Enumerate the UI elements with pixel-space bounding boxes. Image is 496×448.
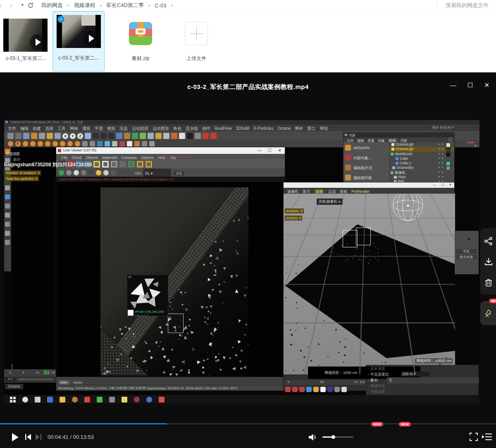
volume-icon[interactable] — [308, 433, 318, 442]
attribute-value[interactable]: 无 — [387, 377, 479, 383]
om-tree-row[interactable]: MeshBoole — [390, 152, 454, 156]
om-tree-row[interactable]: 摄像机 — [390, 170, 454, 175]
windows-start-icon[interactable] — [10, 397, 16, 402]
search-placeholder[interactable]: 搜索我的网盘文件 — [446, 2, 489, 9]
previous-button[interactable] — [25, 434, 31, 441]
lv-statusbar: Rendering: 100% Ms/sec: 0 Time: 小时:分钟:秒/… — [56, 385, 285, 391]
frame-field[interactable]: 0 F — [5, 377, 16, 381]
emitter-particle — [370, 260, 370, 261]
download-icon[interactable] — [484, 257, 493, 266]
file-label[interactable]: c-03-2_军长第二... — [53, 55, 104, 62]
taskbar-app-icon[interactable] — [72, 397, 78, 402]
pr-menu-item: 选项 — [314, 189, 324, 194]
taskbar-app-icon[interactable] — [22, 397, 28, 402]
c4d-menu-item: RealFlow — [215, 125, 232, 131]
file-item-video2-selected[interactable]: ✓ c-03-2_军长第二... — [52, 11, 105, 72]
back-icon[interactable]: ‹ — [0, 0, 2, 10]
om-left-item[interactable]: 内部对象... — [343, 154, 389, 162]
om-tree-row[interactable]: OctaneSky — [390, 165, 454, 170]
om-tree-row[interactable]: Cube.1 — [390, 161, 454, 165]
tab-main[interactable]: Main — [58, 380, 69, 385]
video-content[interactable]: CINEMA 4D R19.068 Studio (RC-R19) - [未命名… — [4, 120, 479, 403]
file-item-video1[interactable]: c-03-1_军长第二... — [3, 14, 49, 69]
crystal-particle — [217, 321, 219, 324]
object-type-icon — [391, 171, 393, 174]
file-label[interactable]: c-03-1_军长第二... — [3, 55, 49, 62]
taskbar-app-icon[interactable] — [97, 397, 103, 402]
taskbar-app-icon[interactable] — [35, 397, 41, 402]
upload-box[interactable] — [185, 22, 208, 45]
taskbar-app-icon[interactable] — [122, 397, 127, 402]
taskbar-app-icon[interactable] — [109, 397, 115, 402]
next-button[interactable] — [35, 434, 42, 441]
play-button[interactable] — [12, 433, 19, 442]
om-item-label: 内部对象... — [353, 156, 372, 161]
breadcrumb-item[interactable]: 视频课程 — [74, 2, 95, 9]
om-tree-row[interactable]: Plain — [390, 175, 454, 180]
c4d-tool-icon — [39, 133, 45, 139]
current-time: 00:04:41 — [48, 434, 69, 440]
om-tree-row[interactable]: Cube — [390, 156, 454, 161]
cln-extra-field[interactable]: 0.5 — [174, 171, 184, 175]
om-tree-row[interactable]: OctaneLigh — [390, 142, 454, 147]
taskbar-app-icon[interactable] — [47, 397, 53, 402]
attribute-value[interactable]: 100 % ▾ — [401, 371, 429, 376]
breadcrumb-item[interactable]: 军长C4D第二季 — [106, 2, 144, 9]
attribute-row: ◦ 反射深度 — [368, 366, 479, 371]
taskbar-app-icon[interactable] — [159, 397, 165, 402]
forward-icon[interactable]: › — [10, 0, 12, 10]
video1-thumbnail[interactable] — [3, 19, 48, 52]
om-item-icon — [345, 175, 351, 180]
c4d-menu-item: 选择 — [45, 125, 53, 131]
selected-check-icon[interactable]: ✓ — [57, 16, 64, 23]
share-icon[interactable] — [484, 237, 493, 246]
crystal-particle — [209, 304, 214, 309]
om-left-item[interactable]: xpSystem — [343, 144, 389, 152]
volume-knob[interactable] — [331, 435, 335, 439]
visibility-dot — [439, 167, 440, 168]
close-button[interactable]: ✕ — [484, 81, 489, 89]
c4d-tool-icon — [210, 133, 217, 139]
crystal-particle — [239, 349, 243, 352]
file-item-zip[interactable]: 素材.zip — [118, 14, 163, 69]
taskbar-app-icon[interactable] — [60, 397, 65, 402]
om-left-item[interactable]: 编辑器列表 — [343, 174, 389, 182]
emitter-particle — [377, 249, 378, 249]
video2-thumbnail[interactable]: ✓ — [57, 15, 101, 48]
breadcrumb-item[interactable]: C-03 — [155, 2, 166, 9]
crystal-particle — [237, 218, 241, 222]
taskbar-app-icon[interactable] — [146, 397, 152, 402]
taskbar-app-icon[interactable] — [84, 397, 90, 402]
minimize-button[interactable]: — — [450, 81, 456, 89]
crystal-particle — [219, 368, 222, 371]
tab-noise[interactable]: Noise — [72, 380, 84, 385]
upload-file-button[interactable]: 上传文件 — [174, 14, 219, 69]
ruler-marker: ▼ — [135, 376, 138, 377]
breadcrumb-item[interactable]: 我的网盘 — [41, 2, 63, 9]
zip-file-icon[interactable] — [129, 22, 152, 45]
crystal-particle — [219, 248, 222, 252]
c4d-timeline[interactable]: 05101215 — [4, 369, 56, 376]
render-ruler: ▼ ▼ ▼ — [100, 376, 248, 377]
maximize-button[interactable]: ☐ — [467, 81, 473, 89]
progress-track[interactable] — [0, 423, 496, 424]
playlist-icon[interactable] — [482, 433, 492, 441]
fullscreen-icon[interactable] — [470, 433, 478, 441]
file-label[interactable]: 素材.zip — [118, 55, 163, 62]
refresh-icon[interactable] — [27, 2, 34, 9]
ground-particle — [344, 346, 346, 348]
frame-slider[interactable] — [18, 379, 53, 380]
crystal-particle — [162, 355, 166, 359]
pin-icon[interactable] — [484, 309, 493, 318]
om-left-item[interactable]: 编辑器开启 — [343, 164, 389, 172]
ground-particle — [417, 328, 418, 329]
chevron-down-icon[interactable]: ▼ — [21, 3, 24, 7]
attribute-label: ◦ 着色 — [368, 378, 378, 383]
file-label[interactable]: 上传文件 — [174, 55, 219, 62]
crystal-particle — [192, 347, 194, 348]
taskbar-app-icon[interactable] — [134, 397, 140, 402]
search-box[interactable]: 搜索我的网盘文件 — [437, 0, 489, 11]
delete-icon[interactable] — [484, 278, 493, 287]
om-tree-row[interactable]: OctaneLigh — [390, 147, 454, 151]
volume-slider[interactable] — [322, 436, 353, 438]
